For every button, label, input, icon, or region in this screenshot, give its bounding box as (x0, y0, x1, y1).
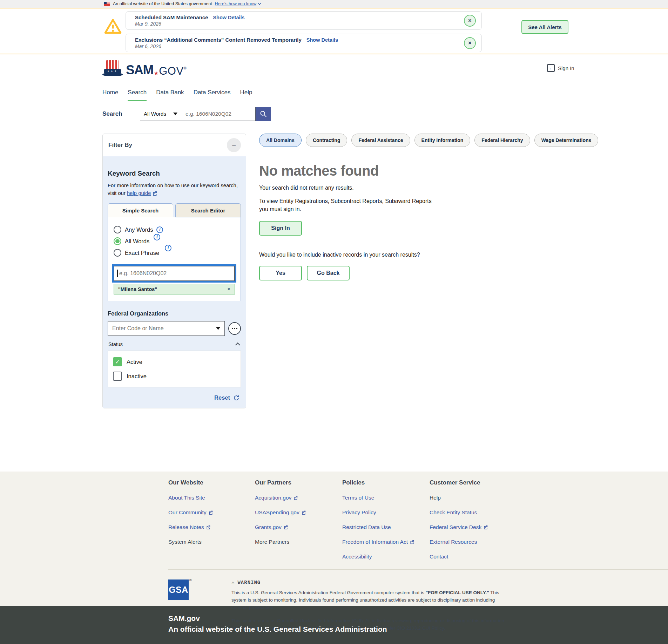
see-all-alerts-button[interactable]: See All Alerts (521, 20, 568, 34)
footer-link-external-resources[interactable]: External Resources (430, 539, 668, 545)
chevron-up-icon[interactable] (235, 343, 240, 347)
footer-col-policies: Policies Terms of Use Privacy Policy Res… (342, 479, 430, 560)
footer-heading: Customer Service (430, 479, 668, 486)
warning-heading: WARNING (237, 580, 261, 585)
gsa-logo: GSA ® (168, 579, 189, 600)
search-input[interactable] (181, 107, 256, 121)
help-guide-link[interactable]: help guide (127, 189, 157, 197)
footer-link-acquisition-gov[interactable]: Acquisition.gov (255, 495, 342, 501)
uncle-sam-hat-icon: ★★★ (102, 60, 123, 76)
tab-simple-search[interactable]: Simple Search (108, 203, 173, 217)
radio-exact-phrase[interactable] (114, 249, 121, 257)
checkbox-label: Active (127, 359, 142, 365)
footer-link-grants-gov[interactable]: Grants.gov (255, 524, 342, 530)
footer-link-foia[interactable]: Freedom of Information Act (342, 539, 430, 545)
warning-paragraph-1: This is a U.S. General Services Administ… (231, 589, 512, 611)
domain-pill-wage-determinations[interactable]: Wage Determinations (534, 134, 599, 147)
alert-close-button[interactable]: × (464, 15, 476, 27)
keyword-tabs: Simple Search Search Editor (108, 203, 241, 217)
footer-link-system-alerts[interactable]: System Alerts (168, 539, 255, 545)
nav-item-data-bank[interactable]: Data Bank (156, 84, 184, 101)
warning-icon: ⚠ (231, 579, 235, 585)
info-icon[interactable]: i (156, 226, 163, 233)
logo-sam-text: SAM (126, 63, 153, 76)
chip-remove-icon[interactable]: × (227, 286, 230, 292)
text-cursor (117, 270, 118, 277)
footer-heading: Our Website (168, 479, 255, 486)
alert-card-maintenance: Scheduled SAM Maintenance Show Details M… (126, 11, 482, 30)
domain-pill-all-domains[interactable]: All Domains (259, 134, 302, 147)
radio-label: All Words (125, 238, 149, 245)
footer-link-privacy-policy[interactable]: Privacy Policy (342, 509, 430, 516)
domain-pills: All Domains Contracting Federal Assistan… (259, 134, 563, 147)
footer-link-contact[interactable]: Contact (430, 554, 668, 560)
footer-link-restricted-data-use[interactable]: Restricted Data Use (342, 524, 430, 530)
more-options-button[interactable] (228, 322, 241, 335)
footer-link-terms-of-use[interactable]: Terms of Use (342, 495, 430, 501)
nav-item-search[interactable]: Search (128, 84, 147, 101)
checkbox-active[interactable]: ✓ (113, 357, 122, 366)
gsa-registered-mark: ® (189, 578, 192, 582)
simple-search-panel: Any Words i All Words i Exact Phrase i (108, 217, 241, 301)
footer-col-customer-service: Customer Service Help Check Entity Statu… (430, 479, 668, 560)
sam-gov-logo[interactable]: ★★★ SAM ★ GOV ® (102, 60, 187, 76)
info-icon[interactable]: i (154, 234, 160, 240)
nav-item-data-services[interactable]: Data Services (194, 84, 231, 101)
status-options: ✓ Active Inactive (108, 351, 241, 387)
info-icon[interactable]: i (165, 245, 171, 251)
nav-item-help[interactable]: Help (240, 84, 252, 101)
alert-stack: Scheduled SAM Maintenance Show Details M… (126, 11, 482, 52)
radio-all-words[interactable] (114, 237, 121, 245)
domain-pill-federal-assistance[interactable]: Federal Assistance (351, 134, 410, 147)
alert-date: Mar 9, 2026 (135, 21, 481, 27)
domain-pill-federal-hierarchy[interactable]: Federal Hierarchy (474, 134, 530, 147)
external-link-icon (293, 496, 298, 500)
footer-link-release-notes[interactable]: Release Notes (168, 524, 255, 530)
footer-link-check-entity-status[interactable]: Check Entity Status (430, 509, 668, 516)
search-mode-select[interactable]: All Words (140, 107, 181, 121)
chevron-down-icon (258, 3, 261, 5)
reset-filters-link[interactable]: Reset (214, 394, 230, 401)
sign-in-arrow-icon: ← (547, 64, 555, 72)
select-caret-icon (173, 113, 177, 115)
main-nav: Home Search Data Bank Data Services Help (0, 84, 668, 101)
footer-link-help[interactable]: Help (430, 495, 668, 501)
footer-heading: Policies (342, 479, 430, 486)
show-details-link[interactable]: Show Details (213, 15, 244, 20)
external-link-icon (484, 525, 488, 529)
footer-link-usaspending-gov[interactable]: USASpending.gov (255, 509, 342, 516)
tab-search-editor[interactable]: Search Editor (175, 203, 241, 217)
search-submit-button[interactable] (256, 107, 271, 121)
external-link-icon (206, 525, 210, 529)
no-results-text: Your search did not return any results. (259, 185, 563, 191)
keyword-chip: "Milena Santos" × (114, 284, 235, 294)
footer-link-accessibility[interactable]: Accessibility (342, 554, 430, 560)
federal-orgs-select[interactable]: Enter Code or Name (108, 321, 225, 336)
show-details-link[interactable]: Show Details (306, 37, 338, 43)
yes-button[interactable]: Yes (259, 266, 302, 280)
how-you-know-link[interactable]: Here’s how you know (215, 1, 262, 6)
footer-link-more-partners[interactable]: More Partners (255, 539, 342, 545)
alert-title: Exclusions “Additional Comments” Content… (135, 37, 302, 43)
go-back-button[interactable]: Go Back (307, 266, 350, 280)
sign-in-button[interactable]: Sign In (259, 221, 302, 236)
footer-link-our-community[interactable]: Our Community (168, 509, 255, 516)
footer-col-our-partners: Our Partners Acquisition.gov USASpending… (255, 479, 342, 560)
gov-banner-text: An official website of the United States… (113, 1, 212, 6)
collapse-filters-button[interactable]: − (227, 138, 241, 152)
main-content: Filter By − Keyword Search For more info… (0, 126, 668, 472)
domain-pill-entity-information[interactable]: Entity Information (414, 134, 471, 147)
external-link-icon (209, 510, 213, 515)
footer-link-about-this-site[interactable]: About This Site (168, 495, 255, 501)
footer-link-federal-service-desk[interactable]: Federal Service Desk (430, 524, 668, 530)
checkbox-inactive[interactable] (113, 372, 122, 381)
domain-pill-contracting[interactable]: Contracting (306, 134, 348, 147)
external-link-icon (302, 510, 306, 515)
sign-in-link[interactable]: ← Sign In (547, 64, 574, 72)
alerts-section: Scheduled SAM Maintenance Show Details M… (0, 8, 668, 54)
radio-any-words[interactable] (114, 226, 121, 233)
filter-by-title: Filter By (108, 142, 132, 149)
alert-close-button[interactable]: × (464, 37, 476, 49)
nav-item-home[interactable]: Home (102, 84, 118, 101)
keyword-input[interactable] (114, 266, 235, 281)
